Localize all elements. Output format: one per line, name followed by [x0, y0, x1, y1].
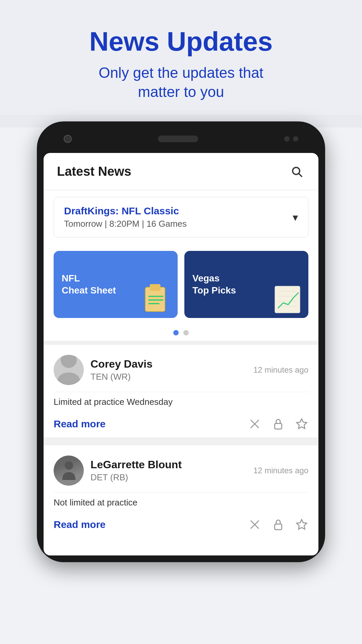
news-footer: Read more [54, 417, 308, 431]
news-item-header: Corey Davis TEN (WR) 12 minutes ago [54, 355, 308, 385]
section-divider-2 [44, 437, 318, 441]
svg-marker-16 [297, 419, 307, 429]
section-divider-1 [44, 341, 318, 345]
star-button-2[interactable] [295, 518, 308, 531]
header-section: News Updates Only get the updates thatma… [0, 0, 362, 115]
sensor-dot-2 [293, 136, 298, 142]
lock-button-2[interactable] [272, 518, 285, 531]
phone-top-bar [44, 128, 318, 153]
player-info-2: LeGarrette Blount DET (RB) [54, 455, 182, 486]
avatar-2 [54, 455, 84, 486]
promo-card-vegas[interactable]: VegasTop Picks [184, 251, 308, 318]
read-more-link[interactable]: Read more [54, 418, 106, 430]
promo-cards-container: NFLCheat Sheet [54, 251, 308, 318]
player-team: TEN (WR) [90, 372, 153, 382]
svg-rect-3 [150, 284, 161, 291]
player-details-2: LeGarrette Blount DET (RB) [90, 459, 182, 483]
news-footer-2: Read more [54, 518, 308, 531]
pagination-dots [44, 325, 318, 341]
player-details: Corey Davis TEN (WR) [90, 358, 153, 382]
player-team-2: DET (RB) [90, 472, 182, 483]
phone-mockup: Latest News DraftKings: NFL Classic Tomo… [37, 121, 325, 562]
scissors-icon [249, 418, 261, 430]
svg-point-12 [61, 355, 77, 368]
news-text: Limited at practice Wednesday [54, 392, 308, 412]
news-actions-2 [248, 518, 308, 531]
read-more-link-2[interactable]: Read more [54, 519, 106, 530]
svg-rect-7 [275, 286, 300, 313]
lock-button[interactable] [272, 417, 285, 431]
app-screen-title: Latest News [57, 164, 131, 179]
search-icon [291, 165, 303, 177]
news-item: Corey Davis TEN (WR) 12 minutes ago Limi… [44, 345, 318, 437]
svg-rect-20 [275, 524, 282, 530]
page-title: News Updates [20, 27, 342, 56]
player-info: Corey Davis TEN (WR) [54, 355, 153, 385]
lock-icon [272, 418, 284, 430]
vegas-top-picks-label: VegasTop Picks [192, 272, 236, 297]
phone-sensors [284, 136, 298, 142]
svg-line-1 [299, 174, 302, 176]
pagination-dot-2 [183, 330, 189, 335]
player-silhouette-icon [54, 355, 84, 385]
phone-camera [64, 135, 72, 143]
player-name: Corey Davis [90, 358, 153, 370]
contest-card[interactable]: DraftKings: NFL Classic Tomorrow | 8:20P… [54, 197, 308, 237]
phone-speaker [158, 136, 198, 142]
app-header: Latest News [44, 153, 318, 190]
star-button[interactable] [295, 417, 308, 431]
news-text-2: Not limited at practice [54, 492, 308, 513]
promo-section: NFLCheat Sheet [44, 244, 318, 325]
dismiss-button[interactable] [248, 417, 261, 431]
news-actions [248, 417, 308, 431]
chart-icon [272, 284, 305, 315]
scissors-icon-2 [249, 519, 261, 531]
star-icon [296, 418, 308, 430]
player-name-2: LeGarrette Blount [90, 459, 182, 471]
news-timestamp: 12 minutes ago [253, 365, 308, 375]
svg-marker-21 [297, 520, 307, 529]
news-item-header-2: LeGarrette Blount DET (RB) 12 minutes ag… [54, 455, 308, 486]
lock-icon-2 [272, 519, 284, 531]
svg-rect-15 [275, 424, 282, 429]
chevron-down-icon[interactable]: ▾ [293, 211, 298, 224]
player-silhouette-2-icon [58, 460, 79, 481]
clipboard-icon [141, 281, 171, 315]
promo-card-nfl[interactable]: NFLCheat Sheet [54, 251, 178, 318]
sensor-dot-1 [284, 136, 290, 142]
contest-details: Tomorrow | 8:20PM | 16 Games [64, 219, 187, 229]
news-timestamp-2: 12 minutes ago [253, 466, 308, 475]
contest-name: DraftKings: NFL Classic [64, 205, 187, 217]
search-button[interactable] [288, 163, 305, 180]
contest-info: DraftKings: NFL Classic Tomorrow | 8:20P… [64, 205, 187, 229]
avatar [54, 355, 84, 385]
nfl-cheat-sheet-label: NFLCheat Sheet [62, 272, 116, 297]
news-item-2: LeGarrette Blount DET (RB) 12 minutes ag… [44, 441, 318, 538]
phone-container: Latest News DraftKings: NFL Classic Tomo… [0, 121, 362, 562]
star-icon-2 [296, 519, 308, 531]
phone-screen: Latest News DraftKings: NFL Classic Tomo… [44, 153, 318, 555]
pagination-dot-1 [173, 330, 179, 335]
page-subtitle: Only get the updates thatmatter to you [20, 63, 342, 101]
svg-point-17 [64, 461, 73, 470]
dismiss-button-2[interactable] [248, 518, 261, 531]
